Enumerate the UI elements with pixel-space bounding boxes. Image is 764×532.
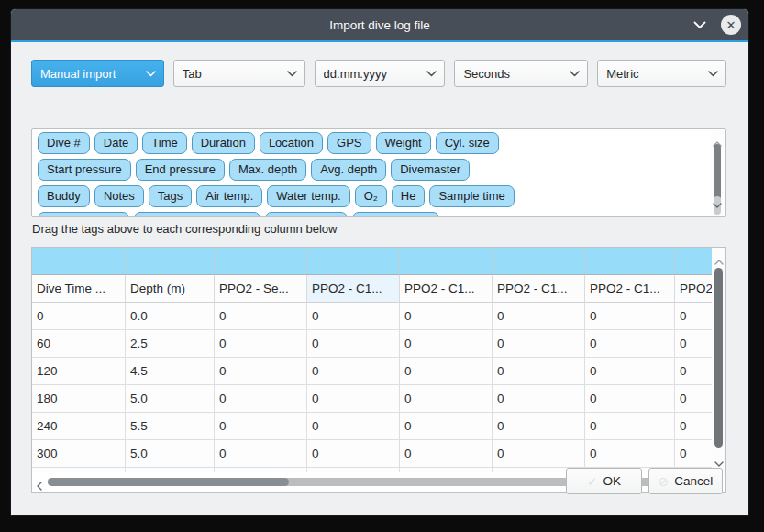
titlebar[interactable]: Import dive log file ✕	[11, 9, 748, 40]
column-header[interactable]: PPO2 - C1...	[400, 275, 493, 303]
tag-sample-depth[interactable]: Sample depth	[38, 212, 129, 217]
table-cell: 0	[585, 413, 675, 440]
tag-row: Dive #DateTimeDurationLocationGPSWeightC…	[36, 132, 709, 154]
column-header[interactable]: PPO2 - C1...	[493, 275, 585, 303]
tag-date[interactable]: Date	[94, 132, 138, 154]
tag-water-temp[interactable]: Water temp.	[267, 185, 349, 207]
column-header[interactable]: PPO2 - C1...	[675, 275, 714, 303]
tag-sample-temperature[interactable]: Sample temperature	[134, 212, 260, 217]
tag-gps[interactable]: GPS	[327, 132, 371, 154]
drop-target-cell[interactable]	[126, 248, 215, 275]
column-header[interactable]: Depth (m)	[126, 275, 215, 303]
tag-he[interactable]: He	[392, 185, 426, 207]
scroll-up-icon[interactable]	[714, 252, 724, 269]
scrollbar-thumb[interactable]	[48, 478, 289, 486]
tag-sample-po[interactable]: Sample pO₂	[265, 212, 348, 217]
table-cell: 0	[215, 303, 307, 330]
drop-target-cell[interactable]	[493, 248, 585, 275]
column-header[interactable]: PPO2 - Se...	[215, 275, 307, 303]
tag-sample-time[interactable]: Sample time	[429, 185, 514, 207]
tag-time[interactable]: Time	[142, 132, 186, 154]
drop-target-cell[interactable]	[585, 248, 675, 275]
drop-target-cell[interactable]	[215, 248, 307, 275]
chevron-down-icon	[287, 71, 297, 77]
table-cell: 0	[493, 440, 585, 468]
tag-notes[interactable]: Notes	[94, 185, 144, 207]
column-header[interactable]: Dive Time ...	[32, 275, 126, 303]
import-options-row: Manual import Tab dd.mm.yyyy Seconds Met…	[31, 60, 726, 87]
table-cell: 5.0	[126, 440, 215, 468]
import-mode-value: Manual import	[40, 67, 146, 81]
ok-label: OK	[603, 474, 622, 488]
table-row: 00.0000000	[32, 303, 725, 330]
scroll-left-icon[interactable]	[37, 478, 42, 493]
table-cell: 120	[32, 358, 126, 385]
tag-dive[interactable]: Dive #	[38, 132, 90, 154]
tag-tags[interactable]: Tags	[149, 185, 192, 207]
tag-start-pressure[interactable]: Start pressure	[38, 159, 131, 181]
column-header[interactable]: PPO2 - C1...	[307, 275, 400, 303]
table-cell: 0	[400, 440, 493, 468]
tag-buddy[interactable]: Buddy	[38, 185, 90, 207]
table-cell: 4.5	[126, 358, 215, 385]
instruction-text: Drag the tags above to each correspondin…	[32, 222, 337, 236]
date-format-value: dd.mm.yyyy	[324, 67, 427, 81]
window-title: Import dive log file	[329, 18, 430, 32]
table-cell: 0	[215, 413, 307, 440]
tag-cyl-size[interactable]: Cyl. size	[436, 132, 499, 154]
tag-sample-cns[interactable]: Sample CNS	[352, 212, 439, 217]
drop-target-cell[interactable]	[675, 248, 714, 275]
import-dialog-window: Import dive log file ✕ Manual import Tab	[10, 8, 749, 516]
screen: Import dive log file ✕ Manual import Tab	[0, 0, 764, 532]
tag-o[interactable]: O₂	[355, 185, 387, 207]
table-cell: 0	[493, 358, 585, 385]
scrollbar-thumb[interactable]	[714, 144, 721, 200]
table-cell: 0	[307, 303, 400, 330]
table-cell: 0	[215, 385, 307, 413]
tag-row: BuddyNotesTagsAir temp.Water temp.O₂HeSa…	[36, 185, 709, 207]
table-header-row: Dive Time ...Depth (m)PPO2 - Se...PPO2 -…	[32, 275, 725, 303]
drop-target-row	[32, 248, 725, 275]
tag-weight[interactable]: Weight	[376, 132, 431, 154]
tag-list-scrollbar[interactable]	[711, 130, 724, 216]
table-cell: 0	[400, 358, 493, 385]
duration-format-select[interactable]: Seconds	[454, 60, 588, 87]
table-cell: 0	[32, 303, 126, 330]
drop-target-cell[interactable]	[307, 248, 400, 275]
tag-end-pressure[interactable]: End pressure	[136, 159, 225, 181]
table-cell: 0	[493, 413, 585, 440]
table-cell: 0	[585, 385, 675, 413]
tag-max-depth[interactable]: Max. depth	[229, 159, 306, 181]
field-separator-select[interactable]: Tab	[173, 60, 305, 87]
table-row: 3005.0000000	[32, 440, 725, 468]
drop-target-cell[interactable]	[32, 248, 126, 275]
table-cell: 0	[307, 358, 400, 385]
table-vertical-scrollbar[interactable]	[712, 248, 725, 474]
column-header[interactable]: PPO2 - C1...	[585, 275, 675, 303]
cancel-circle-icon: ⊘	[659, 474, 670, 489]
scrollbar-thumb[interactable]	[714, 268, 723, 448]
chevron-down-icon[interactable]	[692, 19, 707, 30]
date-format-select[interactable]: dd.mm.yyyy	[315, 60, 446, 87]
cancel-button[interactable]: ⊘ Cancel	[648, 468, 723, 494]
tag-location[interactable]: Location	[260, 132, 323, 154]
table-cell: 0	[400, 413, 493, 440]
units-select[interactable]: Metric	[597, 60, 726, 87]
tag-air-temp[interactable]: Air temp.	[196, 185, 262, 207]
table-cell: 180	[32, 385, 126, 413]
drop-target-cell[interactable]	[400, 248, 493, 275]
chevron-down-icon	[146, 71, 156, 77]
ok-button[interactable]: ✓ OK	[566, 468, 642, 494]
table-cell: 0	[675, 440, 714, 468]
table-cell: 0	[400, 330, 493, 358]
tag-divemaster[interactable]: Divemaster	[391, 159, 470, 181]
duration-format-value: Seconds	[463, 67, 570, 81]
import-mode-select[interactable]: Manual import	[31, 60, 164, 87]
titlebar-controls: ✕	[692, 9, 741, 40]
units-value: Metric	[606, 67, 708, 81]
scroll-down-icon[interactable]	[713, 195, 722, 212]
close-icon[interactable]: ✕	[721, 15, 741, 35]
table-cell: 240	[32, 413, 126, 440]
tag-duration[interactable]: Duration	[192, 132, 255, 154]
tag-avg-depth[interactable]: Avg. depth	[311, 159, 386, 181]
